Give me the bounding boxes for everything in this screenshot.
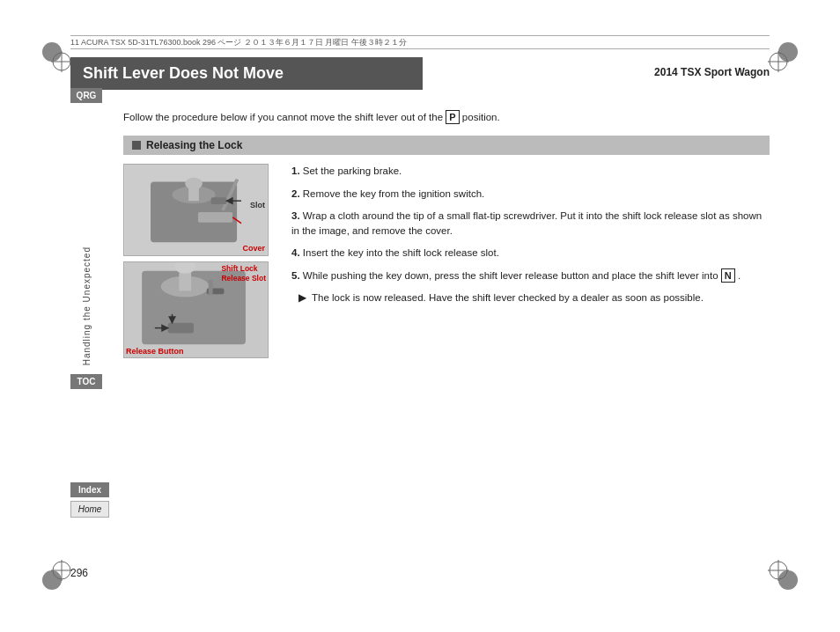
step-arrow: ▶ The lock is now released. Have the shi… <box>291 290 770 305</box>
svg-rect-18 <box>211 198 227 205</box>
section-header: Releasing the Lock <box>123 136 770 155</box>
home-button[interactable]: Home <box>70 501 109 518</box>
main-content: Follow the procedure below if you cannot… <box>123 110 770 562</box>
shift-lock-release-slot-label: Shift Lock Release Slot <box>221 264 266 283</box>
step-2-num: 2. <box>291 188 300 199</box>
page-title: Shift Lever Does Not Move <box>83 64 410 83</box>
bottom-nav: Index Home <box>70 482 109 518</box>
step-3-text: Wrap a cloth around the tip of a small f… <box>291 210 762 236</box>
step-arrow-text: The lock is now released. Have the shift… <box>312 292 704 303</box>
slot-label: Slot <box>250 201 265 209</box>
qrg-button[interactable]: QRG <box>70 88 102 103</box>
gear-illustration-1 <box>124 165 268 255</box>
cover-label: Cover <box>242 244 265 253</box>
file-info: 11 ACURA TSX 5D-31TL76300.book 296 ページ ２… <box>70 37 407 48</box>
image-1: Slot Cover <box>123 164 269 256</box>
steps-column: 1. Set the parking brake. 2. Remove the … <box>291 164 770 312</box>
intro-text-2: position. <box>462 112 500 122</box>
intro-text-1: Follow the procedure below if you cannot… <box>123 112 443 122</box>
image-1-container: Slot Cover <box>123 164 277 256</box>
index-button[interactable]: Index <box>70 482 109 497</box>
release-button-label: Release Button <box>126 347 184 356</box>
header-bar: 11 ACURA TSX 5D-31TL76300.book 296 ページ ２… <box>70 35 770 49</box>
step-5: 5. While pushing the key down, press the… <box>291 268 770 283</box>
step-5-text2: . <box>738 270 741 281</box>
svg-rect-16 <box>188 184 199 202</box>
intro-paragraph: Follow the procedure below if you cannot… <box>123 110 770 125</box>
step-3: 3. Wrap a cloth around the tip of a smal… <box>291 209 770 239</box>
step-1: 1. Set the parking brake. <box>291 164 770 179</box>
title-bar: Shift Lever Does Not Move <box>70 57 423 90</box>
two-col-layout: Slot Cover <box>123 164 770 362</box>
section-icon <box>132 141 141 150</box>
side-nav: Handling the Unexpected TOC <box>70 246 102 389</box>
step-4: 4. Insert the key into the shift lock re… <box>291 246 770 261</box>
toc-button[interactable]: TOC <box>70 374 102 389</box>
image-2: Shift Lock Release Slot Release Button <box>123 261 269 358</box>
step-4-num: 4. <box>291 247 300 258</box>
step-5-text: While pushing the key down, press the sh… <box>303 270 718 281</box>
step-4-text: Insert the key into the shift lock relea… <box>303 247 499 258</box>
svg-rect-29 <box>168 323 194 334</box>
n-badge: N <box>721 268 735 283</box>
arrow-bullet: ▶ <box>298 290 306 305</box>
side-nav-text: Handling the Unexpected <box>82 246 92 365</box>
subtitle: 2014 TSX Sport Wagon <box>654 66 770 78</box>
page-number: 296 <box>70 567 88 579</box>
section-title: Releasing the Lock <box>146 139 242 151</box>
p-badge: P <box>446 110 459 124</box>
image-2-container: Shift Lock Release Slot Release Button <box>123 261 277 358</box>
image-column: Slot Cover <box>123 164 277 362</box>
step-2-text: Remove the key from the ignition switch. <box>303 188 484 199</box>
step-1-num: 1. <box>291 165 300 176</box>
step-3-num: 3. <box>291 210 300 221</box>
step-5-num: 5. <box>291 270 300 281</box>
svg-rect-28 <box>209 280 213 296</box>
step-2: 2. Remove the key from the ignition swit… <box>291 187 770 202</box>
step-1-text: Set the parking brake. <box>303 165 402 176</box>
svg-rect-19 <box>198 212 232 223</box>
